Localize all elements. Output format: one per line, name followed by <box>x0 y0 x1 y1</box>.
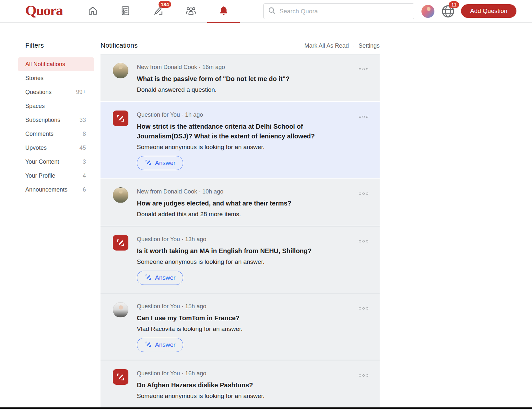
notification-body: Vlad Racovita is looking for an answer. <box>137 325 359 333</box>
answer-request-icon <box>113 111 128 126</box>
list-icon <box>120 6 131 17</box>
filter-count: 45 <box>79 145 86 151</box>
primary-nav: 184 <box>76 0 240 23</box>
nav-spaces[interactable] <box>174 0 207 23</box>
nav-notifications[interactable] <box>207 0 240 23</box>
top-navigation-bar: Quora <box>0 0 532 23</box>
mark-all-read-link[interactable]: Mark All As Read <box>304 42 349 49</box>
notification-meta: Question for You · 13h ago <box>137 236 359 243</box>
quora-logo[interactable]: Quora <box>25 2 63 19</box>
notification-card[interactable]: New from Donald Cook · 10h ago How are j… <box>100 179 380 226</box>
answer-button[interactable]: Answer <box>137 271 183 285</box>
answer-button-label: Answer <box>155 159 175 167</box>
quora-notifications-page: Quora <box>0 0 532 410</box>
sidebar-item-all-notifications[interactable]: All Notifications <box>18 57 94 71</box>
filter-count: 99+ <box>76 89 86 96</box>
page-title: Notifications <box>100 41 137 49</box>
notification-title: What is the passive form of "Do not let … <box>137 74 331 84</box>
filters-sidebar: Filters All Notifications Stories Questi… <box>18 41 94 197</box>
filter-count: 8 <box>83 131 86 137</box>
filter-label: Stories <box>25 75 43 82</box>
notification-meta: Question for You · 1h ago <box>137 111 359 118</box>
notifications-panel: Notifications Mark All As Read · Setting… <box>100 41 380 407</box>
sidebar-item-questions[interactable]: Questions 99+ <box>18 85 94 99</box>
write-count-badge: 184 <box>159 1 171 8</box>
more-options-button[interactable] <box>359 193 370 195</box>
notification-body: Someone anonymous is looking for an answ… <box>137 144 359 151</box>
globe-count-badge: 11 <box>449 1 459 8</box>
notification-title: How are judges elected, and what are the… <box>137 198 331 208</box>
more-options-button[interactable] <box>359 68 370 70</box>
filter-label: Subscriptions <box>25 117 60 123</box>
notification-body: Someone anonymous is looking for an answ… <box>137 392 359 400</box>
notification-avatar <box>113 187 128 203</box>
search-box <box>263 3 414 19</box>
sidebar-item-stories[interactable]: Stories <box>18 71 94 85</box>
filter-list: All Notifications Stories Questions 99+ … <box>18 57 94 197</box>
answer-pencil-icon <box>145 274 152 282</box>
notification-meta: New from Donald Cook · 16m ago <box>137 64 359 71</box>
sidebar-divider <box>25 54 90 54</box>
filter-count: 3 <box>83 158 86 165</box>
globe-icon <box>441 14 455 19</box>
more-options-button[interactable] <box>359 307 370 310</box>
more-options-button[interactable] <box>359 240 370 242</box>
filter-label: Upvotes <box>25 145 47 151</box>
nav-home[interactable] <box>76 0 109 23</box>
filter-count: 6 <box>83 186 86 193</box>
answer-button-label: Answer <box>155 341 175 348</box>
sidebar-item-spaces[interactable]: Spaces <box>18 99 94 113</box>
filter-label: All Notifications <box>25 61 65 68</box>
sidebar-item-upvotes[interactable]: Upvotes 45 <box>18 141 94 155</box>
notification-avatar <box>113 302 128 318</box>
notification-body: Donald added this and 28 more items. <box>137 211 359 218</box>
answer-button[interactable]: Answer <box>137 156 183 170</box>
notification-card[interactable]: Question for You · 16h ago Do Afghan Haz… <box>100 360 380 407</box>
actions-separator: · <box>353 42 355 49</box>
sidebar-item-subscriptions[interactable]: Subscriptions 33 <box>18 113 94 127</box>
more-options-button[interactable] <box>359 374 370 377</box>
notification-card[interactable]: Question for You · 15h ago Can I use my … <box>100 293 380 360</box>
filter-count: 4 <box>83 172 86 179</box>
answer-button-label: Answer <box>155 274 175 281</box>
answer-button[interactable]: Answer <box>137 338 183 352</box>
notification-title: Do Afghan Hazaras dislike Pashtuns? <box>137 380 331 390</box>
notification-title: Can I use my TomTom in France? <box>137 313 331 323</box>
settings-link[interactable]: Settings <box>359 42 380 49</box>
answer-request-icon <box>113 369 128 385</box>
more-options-button[interactable] <box>359 116 370 118</box>
notifications-header: Notifications Mark All As Read · Setting… <box>100 41 380 49</box>
people-group-icon <box>185 6 196 17</box>
notification-body: Someone anonymous is looking for an answ… <box>137 258 359 265</box>
notification-card[interactable]: Question for You · 1h ago How strict is … <box>100 102 380 178</box>
notification-card[interactable]: Question for You · 13h ago Is it worth t… <box>100 226 380 293</box>
filter-label: Your Content <box>25 158 59 165</box>
notification-card[interactable]: New from Donald Cook · 16m ago What is t… <box>100 54 380 101</box>
filter-label: Questions <box>25 89 52 96</box>
answer-pencil-icon <box>145 159 152 168</box>
nav-answer-feed[interactable] <box>109 0 142 23</box>
filter-label: Announcements <box>25 186 67 193</box>
bell-icon <box>219 6 229 17</box>
notification-meta: Question for You · 16h ago <box>137 370 359 377</box>
notification-avatar <box>113 63 128 78</box>
search-input[interactable] <box>279 8 410 15</box>
filters-title: Filters <box>25 41 94 49</box>
home-icon <box>88 6 98 17</box>
filter-label: Your Profile <box>25 172 55 179</box>
user-avatar[interactable] <box>421 5 434 18</box>
answer-pencil-icon <box>145 341 152 349</box>
nav-write[interactable]: 184 <box>142 0 174 23</box>
notification-meta: New from Donald Cook · 10h ago <box>137 188 359 195</box>
sidebar-item-comments[interactable]: Comments 8 <box>18 127 94 141</box>
filter-count: 33 <box>79 117 86 123</box>
window-bottom-edge <box>0 407 532 409</box>
search-icon <box>268 6 276 16</box>
sidebar-item-your-profile[interactable]: Your Profile 4 <box>18 169 94 183</box>
filter-label: Spaces <box>25 103 45 110</box>
sidebar-item-your-content[interactable]: Your Content 3 <box>18 155 94 169</box>
language-globe-button[interactable]: 11 <box>441 4 455 18</box>
header-actions: Mark All As Read · Settings <box>304 42 380 49</box>
sidebar-item-announcements[interactable]: Announcements 6 <box>18 183 94 197</box>
add-question-button[interactable]: Add Question <box>461 4 516 18</box>
